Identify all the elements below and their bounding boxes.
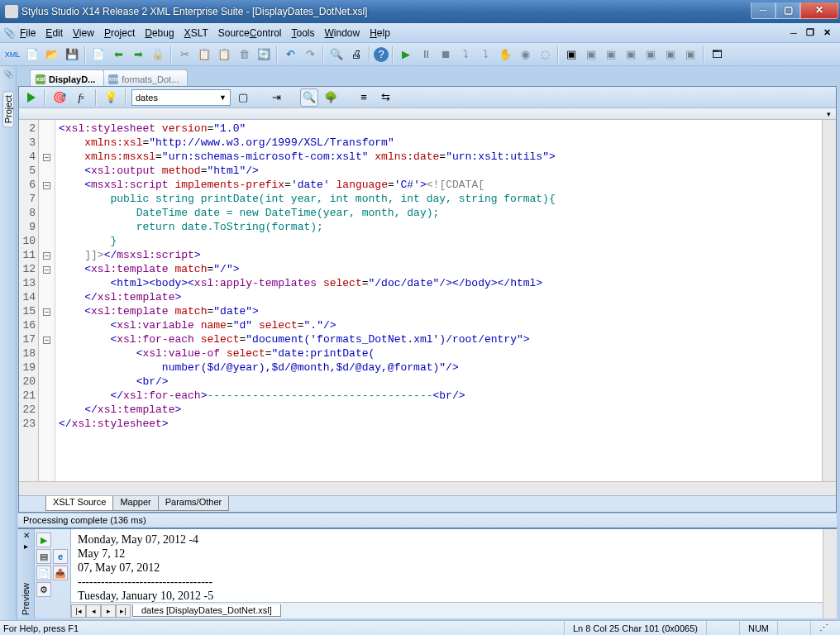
project-sidebar[interactable]: 📎 Project bbox=[0, 66, 17, 620]
menu-xslt[interactable]: XSLT bbox=[179, 26, 213, 41]
xml-icon: xml bbox=[108, 74, 118, 84]
menu-project[interactable]: Project bbox=[99, 26, 140, 41]
preview-sidebar[interactable]: ✕ ▸ Preview bbox=[18, 529, 35, 618]
paperclip-icon: 📎 bbox=[3, 27, 15, 39]
doc-tab-formats[interactable]: xml formats_Dot... bbox=[103, 69, 188, 86]
horizontal-scrollbar[interactable] bbox=[19, 481, 836, 495]
step-into-button[interactable]: ⤵ bbox=[476, 45, 494, 64]
run-button[interactable] bbox=[27, 93, 36, 103]
refresh-button[interactable]: 🔄 bbox=[255, 45, 273, 64]
menu-file[interactable]: File bbox=[15, 26, 41, 41]
tree-button[interactable]: 🌳 bbox=[322, 88, 340, 107]
open-button[interactable]: 📂 bbox=[43, 45, 61, 64]
export-button[interactable]: 📤 bbox=[53, 566, 68, 580]
project-tab-label[interactable]: Project bbox=[2, 91, 14, 127]
maximize-button[interactable]: ▢ bbox=[776, 2, 800, 19]
panel6-button[interactable]: ▣ bbox=[661, 45, 680, 64]
debug-stop-button[interactable]: ⏹ bbox=[437, 45, 455, 64]
add-document-button[interactable]: 📄 bbox=[89, 45, 107, 64]
window-button[interactable]: 🗔 bbox=[708, 45, 726, 64]
menubar: 📎 File Edit View Project Debug XSLT Sour… bbox=[0, 23, 840, 43]
clear-breakpoints-button[interactable]: ◌ bbox=[536, 45, 554, 64]
delete-button[interactable]: 🗑 bbox=[235, 45, 253, 64]
print-button[interactable]: 🖨 bbox=[347, 45, 365, 64]
cut-button[interactable]: ✂ bbox=[175, 45, 193, 64]
tab-mapper[interactable]: Mapper bbox=[112, 496, 158, 511]
tab-xslt-source[interactable]: XSLT Source bbox=[45, 496, 113, 511]
close-icon[interactable]: ✕ bbox=[18, 529, 34, 540]
toggle-breakpoint-button[interactable]: ◉ bbox=[516, 45, 534, 64]
close-button[interactable]: ✕ bbox=[800, 2, 838, 19]
forward-button[interactable]: ➡ bbox=[129, 45, 147, 64]
function-button[interactable]: fx bbox=[72, 88, 90, 107]
ie-view-button[interactable]: e bbox=[53, 549, 68, 564]
nav-next-button[interactable]: ▸ bbox=[101, 604, 116, 618]
code-area: 2 3 4 5 6 7 8 9 10 11 12 13 14 15 16 17 … bbox=[19, 120, 836, 481]
step-over-button[interactable]: ⤵ bbox=[456, 45, 475, 64]
panel4-button[interactable]: ▣ bbox=[622, 45, 640, 64]
debug-start-button[interactable]: ▶ bbox=[397, 45, 415, 64]
find-button[interactable]: 🔍 bbox=[327, 45, 346, 64]
new-xml-button[interactable]: XML bbox=[3, 45, 21, 64]
panel3-button[interactable]: ▣ bbox=[602, 45, 620, 64]
resize-grip[interactable]: ⋰ bbox=[810, 621, 837, 635]
status-position: Ln 8 Col 25 Char 101 (0x0065) bbox=[564, 621, 706, 635]
browser-view-button[interactable]: ▤ bbox=[36, 549, 51, 564]
redo-button[interactable]: ↷ bbox=[301, 45, 319, 64]
highlight-button[interactable]: 💡 bbox=[102, 88, 120, 107]
xslt-icon: xsl bbox=[36, 74, 45, 84]
nav-last-button[interactable]: ▸| bbox=[116, 604, 131, 618]
menu-window[interactable]: Window bbox=[320, 26, 365, 41]
context-combo[interactable]: dates ▼ bbox=[131, 89, 231, 106]
app-icon bbox=[5, 5, 18, 18]
panel1-button[interactable]: ▣ bbox=[562, 45, 580, 64]
mdi-close-button[interactable]: ✕ bbox=[820, 27, 833, 39]
preview-tabs: |◂ ◂ ▸ ▸| dates [DisplayDates_DotNet.xsl… bbox=[71, 602, 823, 618]
indent-button[interactable]: ⇥ bbox=[267, 88, 285, 107]
copy-button[interactable]: 📋 bbox=[195, 45, 213, 64]
debug-pause-button[interactable]: ⏸ bbox=[417, 45, 435, 64]
preview-tab[interactable]: dates [DisplayDates_DotNet.xsl] bbox=[132, 604, 281, 617]
fold-gutter[interactable]: − − −− − − bbox=[39, 120, 55, 481]
menu-sourcecontrol[interactable]: SourceControl bbox=[213, 26, 287, 41]
minimize-button[interactable]: ─ bbox=[751, 2, 776, 19]
wrap-button[interactable]: ⇆ bbox=[376, 88, 394, 107]
menu-help[interactable]: Help bbox=[365, 26, 395, 41]
menu-edit[interactable]: Edit bbox=[41, 26, 68, 41]
mdi-minimize-button[interactable]: ─ bbox=[787, 27, 800, 39]
undo-button[interactable]: ↶ bbox=[281, 45, 299, 64]
breakpoint-button[interactable]: ✋ bbox=[496, 45, 514, 64]
settings-button[interactable]: ⚙ bbox=[36, 582, 51, 597]
chevron-down-icon: ▼ bbox=[219, 93, 227, 102]
back-button[interactable]: ⬅ bbox=[109, 45, 127, 64]
menu-tools[interactable]: Tools bbox=[286, 26, 319, 41]
new-button[interactable]: 📄 bbox=[23, 45, 41, 64]
mdi-restore-button[interactable]: ❐ bbox=[804, 27, 817, 39]
doc-tab-displaydates[interactable]: xsl DisplayD... bbox=[30, 69, 104, 86]
scenario-button[interactable]: 🎯 bbox=[50, 88, 69, 107]
tab-params[interactable]: Params/Other bbox=[158, 496, 229, 511]
nav-prev-button[interactable]: ◂ bbox=[86, 604, 101, 618]
nav-first-button[interactable]: |◂ bbox=[71, 604, 86, 618]
lock-button[interactable]: 🔒 bbox=[149, 45, 167, 64]
text-view-button[interactable]: 📄 bbox=[36, 566, 51, 580]
pin-icon[interactable]: ▸ bbox=[18, 540, 34, 551]
code-content[interactable]: <xsl:stylesheet version="1.0" xmlns:xsl=… bbox=[55, 120, 822, 481]
save-button[interactable]: 💾 bbox=[63, 45, 81, 64]
validate-button[interactable]: 🔍 bbox=[300, 88, 318, 107]
preview-toolbar: ▶ ▤ e 📄 📤 ⚙ bbox=[35, 529, 71, 618]
panel7-button[interactable]: ▣ bbox=[681, 45, 699, 64]
panel2-button[interactable]: ▣ bbox=[582, 45, 600, 64]
align-button[interactable]: ≡ bbox=[355, 88, 373, 107]
editor: 🎯 fx 💡 dates ▼ ▢ ⇥ 🔍 🌳 ≡ ⇆ ▾ bbox=[18, 86, 837, 513]
editor-toolbar: 🎯 fx 💡 dates ▼ ▢ ⇥ 🔍 🌳 ≡ ⇆ bbox=[19, 87, 836, 108]
menu-debug[interactable]: Debug bbox=[140, 26, 179, 41]
preview-scrollbar[interactable] bbox=[823, 529, 837, 618]
view1-button[interactable]: ▢ bbox=[234, 88, 252, 107]
vertical-scrollbar[interactable] bbox=[822, 120, 836, 481]
help-button[interactable]: ? bbox=[374, 47, 389, 62]
preview-run-button[interactable]: ▶ bbox=[36, 532, 51, 547]
menu-view[interactable]: View bbox=[68, 26, 99, 41]
paste-button[interactable]: 📋 bbox=[215, 45, 233, 64]
panel5-button[interactable]: ▣ bbox=[642, 45, 660, 64]
